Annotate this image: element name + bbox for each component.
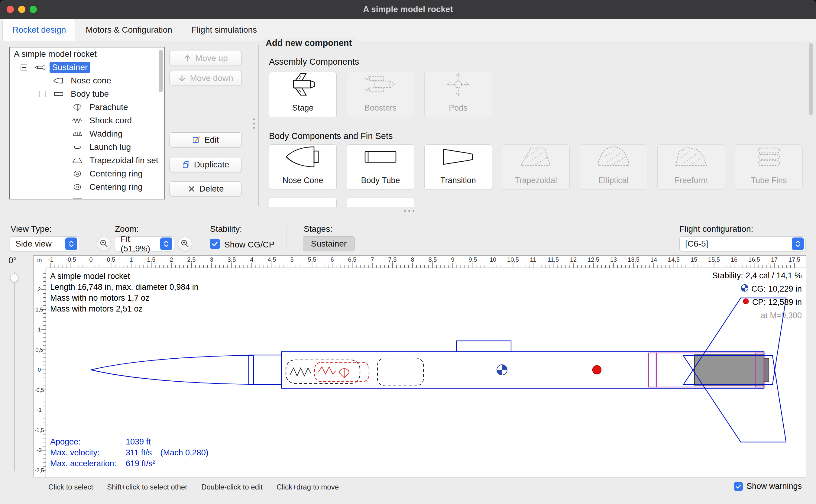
card-label: Pods bbox=[449, 103, 468, 113]
svg-text:4: 4 bbox=[250, 256, 253, 263]
add-body-tube-card[interactable]: Body Tube bbox=[347, 144, 414, 190]
rocket-side-view[interactable] bbox=[91, 341, 764, 388]
tree-item-shock-cord[interactable]: Shock cord bbox=[10, 114, 164, 127]
tree-item-trapezoidal-fin-set[interactable]: Trapezoidal fin set bbox=[10, 154, 164, 167]
card-label: Body Tube bbox=[361, 176, 400, 185]
hint-shift-click-to-select-other: Shift+click to select other bbox=[107, 483, 187, 491]
svg-text:8,5: 8,5 bbox=[429, 256, 437, 263]
svg-text:17,5: 17,5 bbox=[788, 256, 800, 263]
transition-icon bbox=[439, 142, 478, 171]
show-warnings-checkbox[interactable] bbox=[734, 482, 743, 491]
flight-configuration-select[interactable]: [C6-5] bbox=[679, 236, 806, 251]
tree-item-label: Nose cone bbox=[68, 75, 114, 86]
cg-label: CG: bbox=[751, 284, 766, 294]
magnifier-plus-icon bbox=[180, 239, 189, 249]
shock-cord-line bbox=[290, 368, 311, 376]
tab-rocket-design[interactable]: Rocket design bbox=[2, 19, 76, 41]
internal-components[interactable] bbox=[286, 358, 423, 386]
stability-text-label: Stability: bbox=[712, 271, 743, 280]
svg-text:17: 17 bbox=[771, 256, 778, 263]
motor[interactable] bbox=[695, 355, 769, 385]
zoom-in-button[interactable] bbox=[178, 237, 192, 251]
tab-flight-simulations[interactable]: Flight simulations bbox=[182, 19, 267, 41]
launchlug-icon bbox=[71, 143, 85, 151]
tree-scrollbar[interactable] bbox=[159, 50, 163, 92]
tree-item-item[interactable] bbox=[10, 194, 164, 199]
svg-text:-2,5: -2,5 bbox=[34, 467, 44, 473]
svg-text:2: 2 bbox=[170, 256, 173, 263]
nose-cone-icon bbox=[283, 142, 322, 171]
tree-item-label: Launch lug bbox=[87, 142, 133, 153]
cg-icon bbox=[740, 284, 749, 294]
tree-item-launch-lug[interactable]: Launch lug bbox=[10, 141, 164, 154]
svg-text:6: 6 bbox=[330, 256, 334, 263]
svg-text:-0,5: -0,5 bbox=[66, 256, 76, 263]
divider-grip[interactable] bbox=[404, 210, 418, 212]
tree-item-wadding[interactable]: Wadding bbox=[10, 127, 164, 141]
tree-root-label[interactable]: A simple model rocket bbox=[10, 47, 164, 61]
tree-item-label: Shock cord bbox=[87, 115, 134, 126]
zoom-out-button[interactable] bbox=[97, 237, 111, 251]
centering-icon bbox=[71, 170, 85, 178]
tree-item-label: Body tube bbox=[68, 89, 111, 99]
elliptical-icon bbox=[594, 142, 633, 171]
parachute-glyph bbox=[339, 369, 349, 378]
tree-item-sustainer[interactable]: Sustainer bbox=[10, 61, 164, 74]
show-cgcp-checkbox[interactable] bbox=[210, 239, 220, 249]
duplicate-button[interactable]: Duplicate bbox=[169, 157, 242, 172]
finset-icon bbox=[71, 156, 85, 165]
collapse-toggle-icon[interactable] bbox=[21, 64, 27, 71]
add-nose-cone-card[interactable]: Nose Cone bbox=[269, 144, 337, 190]
svg-text:-1: -1 bbox=[37, 407, 42, 413]
window-title: A simple model rocket bbox=[0, 0, 816, 19]
svg-text:-2: -2 bbox=[37, 447, 42, 453]
component-tree[interactable]: A simple model rocket SustainerNose cone… bbox=[9, 47, 165, 199]
app-window: A simple model rocket Rocket design Moto… bbox=[0, 0, 816, 504]
svg-text:0: 0 bbox=[89, 256, 92, 263]
card-label: Trapezoidal bbox=[515, 176, 557, 185]
rotation-slider-track bbox=[14, 272, 15, 471]
zoom-select[interactable]: Fit (51,9%) bbox=[115, 236, 174, 251]
edit-button[interactable]: Edit bbox=[169, 132, 242, 147]
tree-item-centering-ring[interactable]: Centering ring bbox=[10, 180, 164, 194]
tree-item-parachute[interactable]: Parachute bbox=[10, 101, 164, 114]
svg-text:3: 3 bbox=[210, 256, 213, 263]
stages-label: Stages: bbox=[304, 224, 332, 234]
svg-text:9: 9 bbox=[451, 256, 454, 263]
max-acceleration-value: 619 ft/s² bbox=[126, 459, 155, 468]
delete-button[interactable]: Delete bbox=[169, 181, 242, 196]
window-scrollbar[interactable] bbox=[809, 43, 813, 115]
tree-item-nose-cone[interactable]: Nose cone bbox=[10, 74, 164, 87]
rocket-info-block: A simple model rocket Length 16,748 in, … bbox=[50, 271, 199, 314]
rocket-name-text: A simple model rocket bbox=[50, 271, 199, 282]
svg-text:1: 1 bbox=[129, 256, 133, 263]
tree-item-body-tube[interactable]: Body tube bbox=[10, 87, 164, 101]
rotation-slider-thumb[interactable] bbox=[10, 274, 18, 282]
svg-text:10: 10 bbox=[490, 256, 496, 263]
panel-splitter-grip[interactable] bbox=[253, 118, 255, 132]
tab-motors-configuration[interactable]: Motors & Configuration bbox=[76, 19, 182, 41]
collapse-toggle-icon[interactable] bbox=[39, 91, 46, 97]
add-pods-card: Pods bbox=[424, 72, 492, 117]
stage-sustainer-toggle[interactable]: Sustainer bbox=[303, 236, 355, 251]
rocket-length-text: Length 16,748 in, max. diameter 0,984 in bbox=[50, 282, 199, 292]
svg-text:in: in bbox=[37, 257, 42, 263]
flight-configuration-label: Flight configuration: bbox=[679, 224, 753, 234]
add-transition-card[interactable]: Transition bbox=[424, 144, 492, 190]
duplicate-icon bbox=[182, 160, 190, 169]
body-components-heading: Body Components and Fin Sets bbox=[269, 131, 393, 141]
launch-lug-outline bbox=[457, 341, 511, 352]
svg-text:13: 13 bbox=[610, 256, 617, 263]
add-stage-card[interactable]: Stage bbox=[269, 72, 337, 117]
svg-text:2: 2 bbox=[38, 286, 41, 292]
tree-item-centering-ring[interactable]: Centering ring bbox=[10, 167, 164, 180]
rocket-canvas[interactable]: -1-0,500,511,522,533,544,555,566,577,588… bbox=[33, 255, 806, 477]
clipped-card bbox=[269, 198, 337, 207]
rocket-icon bbox=[34, 63, 47, 72]
view-type-select[interactable]: Side view bbox=[10, 236, 79, 251]
cp-symbol bbox=[593, 366, 601, 374]
hint-double-click-to-edit: Double-click to edit bbox=[201, 483, 263, 491]
max-acceleration-label: Max. acceleration: bbox=[50, 459, 126, 468]
svg-text:7,5: 7,5 bbox=[388, 256, 397, 263]
svg-text:7: 7 bbox=[371, 256, 374, 263]
